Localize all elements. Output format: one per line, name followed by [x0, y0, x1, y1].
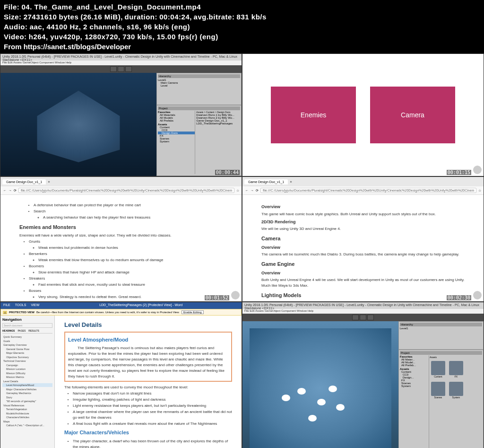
- heading-atmosphere: Level Atmosphere/Mood: [68, 336, 228, 344]
- forward-icon[interactable]: →: [9, 189, 12, 192]
- menu-bar[interactable]: File Edit Assets GameObject Component Wi…: [242, 309, 484, 314]
- heading-lighting: Lighting Models: [261, 291, 465, 299]
- nav-item[interactable]: Quick Summary: [2, 335, 52, 339]
- game-view[interactable]: [0, 73, 156, 176]
- back-icon[interactable]: ←: [3, 189, 7, 192]
- play-button[interactable]: [352, 315, 359, 320]
- tab-bar: Game Design Doc_v1_1 +: [0, 177, 242, 186]
- play-icon: [473, 166, 482, 174]
- nav-item[interactable]: Mission Location: [2, 367, 52, 371]
- nav-item[interactable]: Level Atmosphere/Mood: [2, 383, 52, 387]
- thumbnail-word: FILE TOOLS VIEW LDD_TheSkitteringPassage…: [0, 302, 242, 448]
- play-button[interactable]: [110, 66, 117, 72]
- star-icon[interactable]: ☆: [236, 189, 239, 193]
- tab-bar: Game Design Doc_v1_1 +: [242, 177, 484, 186]
- tab-tools[interactable]: TOOLS: [15, 303, 26, 308]
- refresh-icon[interactable]: ⟳: [14, 189, 17, 193]
- nav-tab-headings[interactable]: HEADINGS: [2, 329, 15, 332]
- thumbnail-unity-editor: Unity 2018.1.0f1 Personal (64bit) - [PRE…: [0, 53, 242, 176]
- nav-item[interactable]: General Game Flow: [2, 347, 52, 351]
- search-input[interactable]: Search document: [2, 323, 52, 328]
- browser-tab[interactable]: Game Design Doc_v1_1: [244, 179, 288, 184]
- nav-item[interactable]: Level Details: [2, 379, 52, 383]
- nav-item[interactable]: Visual References: [2, 404, 52, 407]
- nav-item[interactable]: Gameplay Overview: [2, 343, 52, 347]
- nav-item[interactable]: Objective Summary: [2, 355, 52, 359]
- doc-title: LDD_TheSkitteringPassages (2) [Protected…: [41, 303, 241, 308]
- heading-characters: Major Characters/Vehicles: [64, 429, 232, 437]
- folder-icon[interactable]: [431, 382, 445, 396]
- nav-item[interactable]: Major Elements: [2, 351, 52, 355]
- thumbnail-slides: Enemies Camera 00:01:15: [242, 53, 484, 176]
- project-tab[interactable]: Project: [400, 351, 482, 355]
- nav-item[interactable]: Campaign: [2, 363, 52, 367]
- star-icon[interactable]: ☆: [478, 189, 481, 193]
- timestamp: 00:01:15: [447, 170, 471, 175]
- window-title: Unity 2018.1.0f1 Personal (64bit) - [PRE…: [242, 302, 484, 309]
- project-tab[interactable]: Project: [158, 106, 240, 110]
- thumbnail-unity-scene: Unity 2018.1.0f1 Personal (64bit) - [PRE…: [242, 302, 484, 448]
- media-info-header: File: 04. The_Game_and_Level_Design_Docu…: [0, 0, 484, 53]
- nav-item[interactable]: Major Characters/Vehicles: [2, 387, 52, 391]
- thumbnail-browser-doc1: Game Design Doc_v1_1 + ← → ⟳ file:///C:/…: [0, 176, 242, 302]
- nav-tab-results[interactable]: RESULTS: [28, 329, 39, 332]
- enable-editing-button[interactable]: Enable Editing: [182, 310, 204, 314]
- toolbar: [0, 65, 242, 73]
- browser-tab[interactable]: Game Design Doc_v1_1: [2, 179, 46, 184]
- heading-camera: Camera: [261, 235, 465, 243]
- heading-level-details: Level Details: [64, 320, 232, 330]
- play-icon: [231, 291, 240, 299]
- slide-camera: Camera: [370, 87, 455, 143]
- back-icon[interactable]: ←: [245, 189, 249, 192]
- nav-item[interactable]: Gameplay Mechanics: [2, 391, 52, 395]
- timestamp: 00:02:30: [447, 295, 471, 300]
- window-title: Unity 2018.1.0f1 Personal (64bit) - [PRE…: [0, 54, 242, 61]
- nav-item[interactable]: "60 seconds of gameplay": [2, 399, 52, 403]
- hierarchy-item[interactable]: Level: [158, 84, 240, 87]
- nav-item[interactable]: Models/Architecture: [2, 412, 52, 415]
- nav-item[interactable]: Story: [2, 395, 52, 399]
- folder-icon[interactable]: [449, 382, 463, 396]
- refresh-icon[interactable]: ⟳: [256, 189, 259, 193]
- nav-item[interactable]: Mission Metrics: [2, 375, 52, 379]
- folder-icon[interactable]: [431, 361, 445, 375]
- heading-enemies: Enemies and Monsters: [19, 223, 223, 231]
- step-button[interactable]: [367, 315, 374, 320]
- play-icon: [473, 291, 482, 299]
- filename: 04. The_Game_and_Level_Design_Document.m…: [22, 3, 201, 11]
- pause-button[interactable]: [118, 66, 124, 72]
- timestamp: 00:01:52: [205, 295, 229, 300]
- pause-button[interactable]: [360, 315, 366, 320]
- nav-item[interactable]: Terrain/Vegetation: [2, 407, 52, 411]
- hierarchy-tab[interactable]: Hierarchy: [400, 323, 482, 326]
- address-bar[interactable]: file:///C:/Users/jyjoho/Documents/Plural…: [18, 188, 234, 193]
- nav-item[interactable]: Mission Difficulty: [2, 371, 52, 375]
- nav-item[interactable]: Maps: [2, 420, 52, 423]
- navigation-pane: Navigation Search document HEADINGS PAGE…: [0, 316, 55, 448]
- forward-icon[interactable]: →: [251, 189, 254, 192]
- tab-file[interactable]: FILE: [3, 303, 10, 308]
- nav-tab-pages[interactable]: PAGES: [17, 329, 26, 332]
- timestamp: 00:00:44: [215, 170, 240, 175]
- thumbnail-browser-doc2: Game Design Doc_v1_1 + ← → ⟳ file:///C:/…: [242, 176, 484, 302]
- nav-item[interactable]: Technical Overview: [2, 359, 52, 363]
- nav-item[interactable]: Callout A ("etc." <Description of...: [2, 423, 52, 427]
- menu-bar[interactable]: File Edit Assets GameObject Component Wi…: [0, 61, 242, 65]
- slide-enemies: Enemies: [271, 87, 356, 143]
- nav-item[interactable]: Goals: [2, 339, 52, 343]
- toolbar: [242, 314, 484, 321]
- hierarchy-tab[interactable]: Hierarchy: [158, 74, 240, 78]
- nav-item[interactable]: Characters/Vehicles: [2, 415, 52, 419]
- heading-engine: Game Engine: [261, 260, 465, 268]
- step-button[interactable]: [125, 66, 132, 72]
- scene-view[interactable]: [242, 321, 398, 448]
- address-bar[interactable]: file:///C:/Users/jyjoho/Documents/Plural…: [260, 188, 476, 193]
- folder-icon[interactable]: [449, 361, 463, 375]
- tab-view[interactable]: VIEW: [31, 303, 39, 308]
